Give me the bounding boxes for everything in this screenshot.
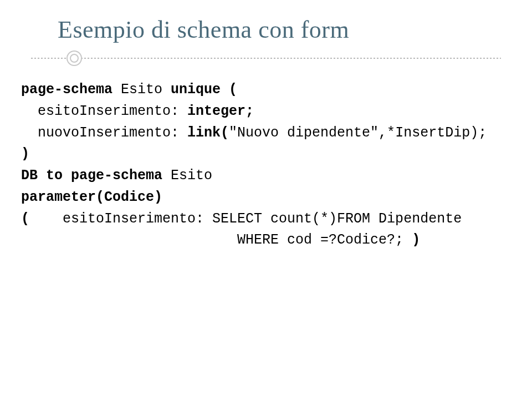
code-text: "Nuovo dipendente",*InsertDip); — [229, 125, 487, 141]
code-text: unique ( — [171, 82, 237, 98]
code-text: Esito — [121, 82, 171, 98]
divider-circle-inner — [70, 54, 79, 63]
code-block: page-schema Esito unique ( esitoInserime… — [21, 79, 501, 251]
code-text: Esito — [171, 168, 212, 184]
code-text: ( — [21, 211, 29, 227]
code-text: ) — [21, 146, 29, 162]
code-text: integer; — [187, 103, 254, 119]
title-divider — [31, 50, 501, 66]
code-text: link( — [187, 125, 229, 141]
code-text: parameter(Codice) — [21, 189, 162, 205]
divider-line — [31, 58, 501, 59]
code-text: esitoInserimento: — [21, 103, 187, 119]
code-text: ) — [412, 232, 420, 248]
code-text: WHERE cod =?Codice?; — [21, 232, 412, 248]
slide: Esempio di schema con form page-schema E… — [0, 0, 532, 395]
code-text: page-schema — [21, 82, 121, 98]
code-text: esitoInserimento: SELECT count(*)FROM Di… — [29, 211, 462, 227]
code-text: nuovoInserimento: — [21, 125, 187, 141]
slide-title: Esempio di schema con form — [58, 16, 501, 44]
code-text: DB to page-schema — [21, 168, 171, 184]
